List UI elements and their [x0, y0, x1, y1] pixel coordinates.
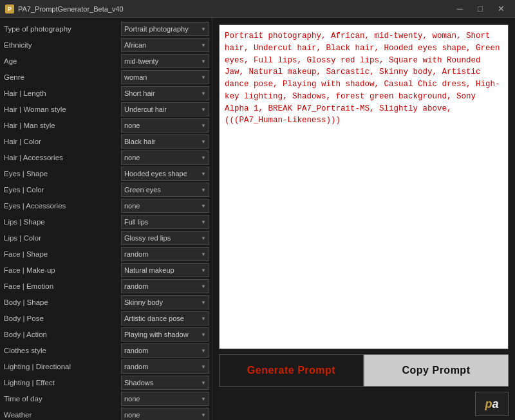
field-row: Body | PoseArtistic dance pose — [4, 311, 209, 325]
field-label-12: Lips | Shape — [4, 218, 121, 226]
field-select-8[interactable]: none — [121, 151, 209, 165]
prompt-textarea[interactable] — [219, 24, 509, 349]
field-label-4: Hair | Length — [4, 89, 121, 97]
field-select-6[interactable]: none — [121, 118, 209, 132]
field-label-14: Face | Shape — [4, 250, 121, 258]
field-select-21[interactable]: random — [121, 360, 209, 374]
field-select-14[interactable]: random — [121, 247, 209, 261]
select-wrapper-8: none — [121, 151, 209, 165]
field-label-13: Lips | Color — [4, 234, 121, 242]
select-wrapper-20: random — [121, 343, 209, 358]
field-select-22[interactable]: Shadows — [121, 376, 209, 390]
select-wrapper-0: Portrait photography — [121, 22, 209, 36]
field-label-7: Hair | Color — [4, 138, 121, 145]
field-row: Body | ActionPlaying with shadow — [4, 327, 209, 342]
field-select-17[interactable]: Skinny body — [121, 295, 209, 309]
field-row: Hair | Woman styleUndercut hair — [4, 102, 209, 116]
field-select-10[interactable]: Green eyes — [121, 183, 209, 197]
field-label-5: Hair | Woman style — [4, 105, 121, 113]
field-row: Face | Emotionrandom — [4, 279, 209, 293]
select-wrapper-1: African — [121, 38, 209, 52]
field-select-12[interactable]: Full lips — [121, 215, 209, 229]
field-label-0: Type of photography — [4, 25, 121, 33]
field-select-23[interactable]: none — [121, 392, 209, 406]
select-wrapper-19: Playing with shadow — [121, 327, 209, 342]
select-wrapper-4: Short hair — [121, 86, 209, 100]
field-row: Hair | ColorBlack hair — [4, 134, 209, 149]
field-select-11[interactable]: none — [121, 199, 209, 213]
select-wrapper-2: mid-twenty — [121, 54, 209, 68]
field-row: Weathernone — [4, 408, 209, 420]
field-select-7[interactable]: Black hair — [121, 134, 209, 149]
field-row: Eyes | Accessoriesnone — [4, 199, 209, 213]
field-row: EthnicityAfrican — [4, 38, 209, 52]
main-layout: Type of photographyPortrait photographyE… — [0, 18, 515, 420]
field-select-16[interactable]: random — [121, 279, 209, 293]
select-wrapper-3: woman — [121, 70, 209, 84]
field-label-1: Ethnicity — [4, 41, 121, 49]
left-panel: Type of photographyPortrait photographyE… — [0, 18, 212, 420]
field-label-21: Lighting | Directional — [4, 363, 121, 370]
logo-text: pa — [485, 397, 498, 411]
field-label-19: Body | Action — [4, 331, 121, 338]
generate-prompt-button[interactable]: Generate Prompt — [219, 354, 364, 387]
field-row: Lips | ColorGlossy red lips — [4, 231, 209, 245]
field-row: Hair | Man stylenone — [4, 118, 209, 132]
select-wrapper-15: Natural makeup — [121, 263, 209, 277]
title-bar-left: P PA7_PromptGenerator_Beta_v40 — [5, 5, 124, 14]
field-row: Face | Shaperandom — [4, 247, 209, 261]
field-select-13[interactable]: Glossy red lips — [121, 231, 209, 245]
select-wrapper-5: Undercut hair — [121, 102, 209, 116]
select-wrapper-10: Green eyes — [121, 183, 209, 197]
field-select-18[interactable]: Artistic dance pose — [121, 311, 209, 325]
field-row: Face | Make-upNatural makeup — [4, 263, 209, 277]
select-wrapper-17: Skinny body — [121, 295, 209, 309]
field-row: Eyes | ColorGreen eyes — [4, 183, 209, 197]
maximize-button[interactable]: □ — [471, 3, 489, 15]
field-label-24: Weather — [4, 411, 121, 419]
field-select-2[interactable]: mid-twenty — [121, 54, 209, 68]
field-select-4[interactable]: Short hair — [121, 86, 209, 100]
select-wrapper-18: Artistic dance pose — [121, 311, 209, 325]
field-label-2: Age — [4, 57, 121, 65]
select-wrapper-21: random — [121, 360, 209, 374]
select-wrapper-6: none — [121, 118, 209, 132]
field-select-24[interactable]: none — [121, 408, 209, 420]
field-label-8: Hair | Accessories — [4, 154, 121, 161]
field-select-3[interactable]: woman — [121, 70, 209, 84]
logo-area: pa — [219, 392, 509, 416]
close-button[interactable]: ✕ — [492, 3, 510, 15]
minimize-button[interactable]: ─ — [451, 3, 469, 15]
select-wrapper-13: Glossy red lips — [121, 231, 209, 245]
select-wrapper-11: none — [121, 199, 209, 213]
right-panel: Generate Prompt Copy Prompt pa — [212, 18, 515, 420]
select-wrapper-7: Black hair — [121, 134, 209, 149]
field-label-3: Genre — [4, 73, 121, 81]
field-select-20[interactable]: random — [121, 343, 209, 358]
field-select-9[interactable]: Hooded eyes shape — [121, 167, 209, 181]
field-row: Hair | LengthShort hair — [4, 86, 209, 100]
field-row: Hair | Accessoriesnone — [4, 151, 209, 165]
field-select-15[interactable]: Natural makeup — [121, 263, 209, 277]
field-label-6: Hair | Man style — [4, 122, 121, 129]
select-wrapper-14: random — [121, 247, 209, 261]
field-select-5[interactable]: Undercut hair — [121, 102, 209, 116]
field-label-10: Eyes | Color — [4, 186, 121, 194]
window-controls: ─ □ ✕ — [451, 3, 510, 15]
app-title: PA7_PromptGenerator_Beta_v40 — [18, 5, 124, 13]
select-wrapper-24: none — [121, 408, 209, 420]
field-row: Type of photographyPortrait photography — [4, 22, 209, 36]
field-label-9: Eyes | Shape — [4, 170, 121, 178]
select-wrapper-9: Hooded eyes shape — [121, 167, 209, 181]
title-bar: P PA7_PromptGenerator_Beta_v40 ─ □ ✕ — [0, 0, 515, 18]
field-label-11: Eyes | Accessories — [4, 202, 121, 210]
field-label-22: Lighting | Effect — [4, 379, 121, 387]
field-select-1[interactable]: African — [121, 38, 209, 52]
field-select-0[interactable]: Portrait photography — [121, 22, 209, 36]
field-row: Time of daynone — [4, 392, 209, 406]
select-wrapper-23: none — [121, 392, 209, 406]
select-wrapper-22: Shadows — [121, 376, 209, 390]
field-select-19[interactable]: Playing with shadow — [121, 327, 209, 342]
copy-prompt-button[interactable]: Copy Prompt — [364, 354, 509, 387]
field-label-15: Face | Make-up — [4, 266, 121, 274]
